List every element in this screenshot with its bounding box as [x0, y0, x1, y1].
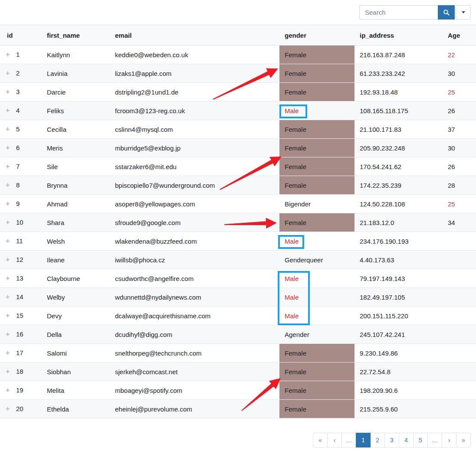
expand-row-icon[interactable]: + [6, 88, 12, 96]
page: idfirst_nameemailgenderip_addressAge +1K… [0, 0, 476, 454]
cell-ip-address: 4.40.173.63 [355, 251, 443, 269]
cell-first-name: Ethelda [42, 400, 110, 418]
expand-row-icon[interactable]: + [6, 312, 12, 320]
column-header-age: Age [443, 25, 476, 46]
expand-row-icon[interactable]: + [6, 107, 12, 114]
row-id: 6 [16, 144, 20, 151]
expand-row-icon[interactable]: + [6, 163, 12, 170]
pagination-next-page[interactable]: › [442, 433, 456, 447]
cell-age [443, 400, 476, 418]
cell-gender: Bigender [279, 195, 355, 213]
search-button[interactable] [438, 5, 455, 20]
cell-age: 34 [443, 213, 476, 232]
expand-row-icon[interactable]: + [6, 405, 12, 413]
cell-id: +16 [0, 325, 42, 344]
row-id: 11 [16, 237, 23, 245]
cell-first-name: Cecilla [42, 120, 110, 139]
cell-ip-address: 215.255.9.60 [355, 400, 443, 418]
toolbar [0, 0, 476, 25]
expand-row-icon[interactable]: + [6, 125, 12, 133]
cell-id: +10 [0, 213, 42, 232]
pagination-page-2[interactable]: 2 [370, 433, 385, 447]
cell-email: sstarzaker6@mit.edu [110, 157, 279, 176]
cell-age: 22 [443, 46, 476, 64]
cell-id: +9 [0, 195, 42, 213]
cell-first-name: Della [42, 325, 110, 344]
pagination-wrap: «‹…12345…›» [0, 418, 476, 447]
cell-ip-address: 170.54.241.62 [355, 157, 443, 176]
cell-id: +6 [0, 139, 42, 157]
cell-ip-address: 205.90.232.248 [355, 139, 443, 157]
cell-gender: Female [279, 157, 355, 176]
cell-age [443, 381, 476, 400]
table-row: +13Claybournecsudworthc@angelfire.comMal… [0, 269, 476, 288]
pagination-page-4[interactable]: 4 [399, 433, 414, 447]
cell-gender: Female [279, 46, 355, 64]
pagination-page-3[interactable]: 3 [384, 433, 399, 447]
cell-first-name: Lavinia [42, 64, 110, 83]
column-header-email: email [110, 25, 279, 46]
cell-email: iwillsb@phoca.cz [110, 251, 279, 269]
cell-first-name: Melita [42, 381, 110, 400]
pagination-last-page[interactable]: » [456, 433, 471, 447]
cell-id: +2 [0, 64, 42, 83]
gender-value: Female [285, 144, 306, 152]
expand-row-icon[interactable]: + [6, 386, 12, 394]
cell-id: +15 [0, 307, 42, 325]
search-icon [443, 9, 450, 16]
cell-age [443, 307, 476, 325]
gender-value: Female [285, 70, 306, 77]
expand-row-icon[interactable]: + [6, 144, 12, 152]
cell-id: +1 [0, 46, 42, 64]
cell-ip-address: 21.100.171.83 [355, 120, 443, 139]
expand-row-icon[interactable]: + [6, 219, 12, 226]
cell-gender: Male [279, 101, 355, 120]
expand-row-icon[interactable]: + [6, 181, 12, 189]
gender-value: Genderqueer [285, 256, 323, 264]
cell-email: bpiscopiello7@wunderground.com [110, 176, 279, 195]
cell-gender: Female [279, 83, 355, 101]
expand-row-icon[interactable]: + [6, 237, 12, 245]
cell-gender: Female [279, 139, 355, 157]
expand-row-icon[interactable]: + [6, 368, 12, 376]
pagination-ellipsis[interactable]: … [427, 433, 442, 447]
search-input[interactable] [359, 5, 438, 20]
cell-ip-address: 22.72.54.8 [355, 363, 443, 381]
row-id: 17 [16, 349, 23, 356]
table-row: +4Feliksfcroom3@123-reg.co.ukMale108.165… [0, 101, 476, 120]
row-id: 3 [16, 88, 20, 95]
pagination-first-page[interactable]: « [313, 433, 328, 447]
table-row: +15Devydcalwaye@acquirethisname.comMale2… [0, 307, 476, 325]
pagination-ellipsis[interactable]: … [341, 433, 356, 447]
cell-age: 25 [443, 195, 476, 213]
expand-row-icon[interactable]: + [6, 69, 12, 77]
cell-id: +8 [0, 176, 42, 195]
expand-row-icon[interactable]: + [6, 51, 12, 59]
search-options-dropdown[interactable] [456, 5, 471, 20]
cell-age: 26 [443, 157, 476, 176]
cell-email: mboageyi@spotify.com [110, 381, 279, 400]
expand-row-icon[interactable]: + [6, 274, 12, 282]
table-row: +11Welshwlakendena@buzzfeed.comMale234.1… [0, 232, 476, 251]
cell-gender: Male [279, 288, 355, 307]
cell-ip-address: 124.50.228.108 [355, 195, 443, 213]
expand-row-icon[interactable]: + [6, 256, 12, 264]
cell-first-name: Salomi [42, 344, 110, 363]
cell-gender: Female [279, 381, 355, 400]
row-id: 9 [16, 200, 20, 207]
expand-row-icon[interactable]: + [6, 293, 12, 301]
cell-email: sjerkeh@comcast.net [110, 363, 279, 381]
expand-row-icon[interactable]: + [6, 349, 12, 357]
cell-first-name: Ileane [42, 251, 110, 269]
cell-id: +12 [0, 251, 42, 269]
pagination-page-5[interactable]: 5 [413, 433, 428, 447]
pagination-page-1[interactable]: 1 [356, 433, 371, 447]
pagination-prev-page[interactable]: ‹ [327, 433, 342, 447]
cell-first-name: Claybourne [42, 269, 110, 288]
expand-row-icon[interactable]: + [6, 200, 12, 208]
expand-row-icon[interactable]: + [6, 330, 12, 338]
table-row: +5Cecillacslinn4@mysql.comFemale21.100.1… [0, 120, 476, 139]
cell-age: 25 [443, 83, 476, 101]
table-row: +2Lavinializaks1@apple.comFemale61.233.2… [0, 64, 476, 83]
cell-id: +5 [0, 120, 42, 139]
